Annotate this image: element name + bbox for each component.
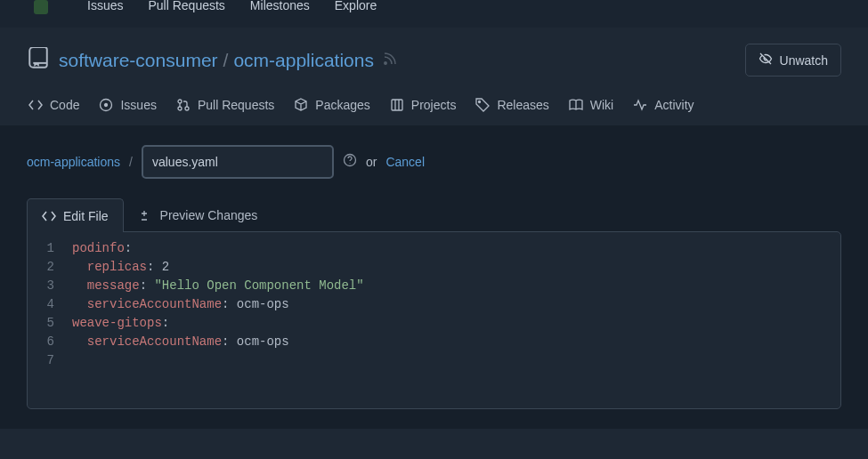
nav-milestones[interactable]: Milestones: [250, 0, 310, 12]
tab-issues-label: Issues: [120, 98, 156, 112]
repo-tabs: Code Issues Pull Requests Packages Proje…: [27, 94, 841, 125]
tab-pr-label: Pull Requests: [198, 98, 274, 112]
repo-name-link[interactable]: ocm-applications: [233, 50, 374, 71]
svg-point-5: [185, 107, 189, 110]
repo-header: software-consumer / ocm-applications Unw…: [0, 28, 868, 125]
tab-packages[interactable]: Packages: [292, 94, 371, 116]
tab-projects[interactable]: Projects: [388, 94, 458, 116]
line-content: serviceAccountName: ocm-ops: [72, 295, 289, 314]
diff-icon: [139, 208, 153, 222]
unwatch-button[interactable]: Unwatch: [745, 44, 841, 76]
line-number: 3: [28, 277, 72, 295]
code-line: 5weave-gitops:: [28, 314, 840, 333]
repo-title-row: software-consumer / ocm-applications Unw…: [27, 44, 841, 76]
tag-icon: [475, 98, 490, 112]
edit-file-tab[interactable]: Edit File: [27, 198, 124, 232]
preview-changes-tab[interactable]: Preview Changes: [124, 198, 273, 232]
line-number: 6: [28, 333, 72, 351]
breadcrumb-root[interactable]: ocm-applications: [27, 155, 120, 169]
code-line: 6 serviceAccountName: ocm-ops: [28, 333, 840, 351]
code-line: 4 serviceAccountName: ocm-ops: [28, 295, 840, 314]
package-icon: [294, 98, 308, 112]
tab-code[interactable]: Code: [27, 94, 81, 116]
editor-tabs: Edit File Preview Changes: [27, 198, 841, 232]
tab-activity-label: Activity: [654, 98, 694, 112]
repo-path: software-consumer / ocm-applications: [59, 50, 374, 71]
code-icon: [28, 98, 43, 112]
tab-packages-label: Packages: [315, 98, 369, 112]
breadcrumb-sep: /: [129, 155, 133, 169]
line-number: 5: [28, 314, 72, 333]
nav-issues[interactable]: Issues: [87, 0, 123, 12]
svg-point-0: [385, 61, 386, 63]
tab-issues[interactable]: Issues: [97, 94, 158, 116]
cancel-link[interactable]: Cancel: [385, 155, 425, 169]
preview-changes-label: Preview Changes: [160, 208, 258, 222]
help-icon[interactable]: [343, 153, 357, 171]
svg-point-2: [105, 104, 108, 107]
edit-file-label: Edit File: [63, 209, 109, 223]
repo-separator: /: [223, 50, 229, 71]
tab-releases[interactable]: Releases: [474, 94, 550, 116]
tab-activity[interactable]: Activity: [631, 94, 695, 116]
tab-wiki[interactable]: Wiki: [567, 94, 615, 116]
activity-icon: [633, 98, 647, 112]
book-icon: [569, 98, 583, 112]
top-nav: Issues Pull Requests Milestones Explore: [0, 0, 868, 28]
tab-pull-requests[interactable]: Pull Requests: [174, 94, 276, 116]
line-content: weave-gitops:: [72, 314, 169, 333]
repo-owner-link[interactable]: software-consumer: [59, 50, 218, 71]
line-content: replicas: 2: [72, 258, 169, 277]
line-content: message: "Hello Open Component Model": [72, 277, 364, 295]
line-number: 7: [28, 351, 72, 370]
line-number: 1: [28, 239, 72, 258]
code-line: 3 message: "Hello Open Component Model": [28, 277, 840, 295]
svg-rect-6: [392, 100, 402, 110]
repo-title: software-consumer / ocm-applications: [27, 47, 397, 74]
svg-point-3: [178, 100, 182, 103]
git-pr-icon: [176, 98, 191, 112]
nav-pull-requests[interactable]: Pull Requests: [148, 0, 224, 12]
line-content: podinfo:: [72, 239, 132, 258]
svg-point-7: [479, 101, 481, 103]
tab-code-label: Code: [50, 98, 79, 112]
projects-icon: [390, 98, 404, 112]
rss-icon[interactable]: [383, 52, 397, 69]
line-number: 2: [28, 258, 72, 277]
or-text: or: [366, 155, 377, 169]
code-line: 1podinfo:: [28, 239, 840, 258]
content-area: ocm-applications / or Cancel Edit File P…: [0, 125, 868, 429]
logo-icon[interactable]: [34, 0, 48, 14]
line-content: serviceAccountName: ocm-ops: [72, 333, 289, 351]
unwatch-label: Unwatch: [780, 53, 828, 68]
eye-off-icon: [758, 52, 773, 68]
nav-explore[interactable]: Explore: [335, 0, 377, 12]
tab-projects-label: Projects: [411, 98, 457, 112]
repo-icon: [27, 47, 50, 74]
line-number: 4: [28, 295, 72, 314]
svg-point-4: [178, 107, 182, 110]
code-editor[interactable]: 1podinfo:2 replicas: 23 message: "Hello …: [27, 231, 841, 409]
issues-icon: [99, 98, 113, 112]
breadcrumb: ocm-applications / or Cancel: [27, 145, 841, 179]
tab-releases-label: Releases: [497, 98, 548, 112]
tab-wiki-label: Wiki: [590, 98, 613, 112]
code-line: 2 replicas: 2: [28, 258, 840, 277]
filename-input[interactable]: [142, 145, 334, 179]
code-icon: [42, 209, 56, 223]
code-line: 7: [28, 351, 840, 370]
